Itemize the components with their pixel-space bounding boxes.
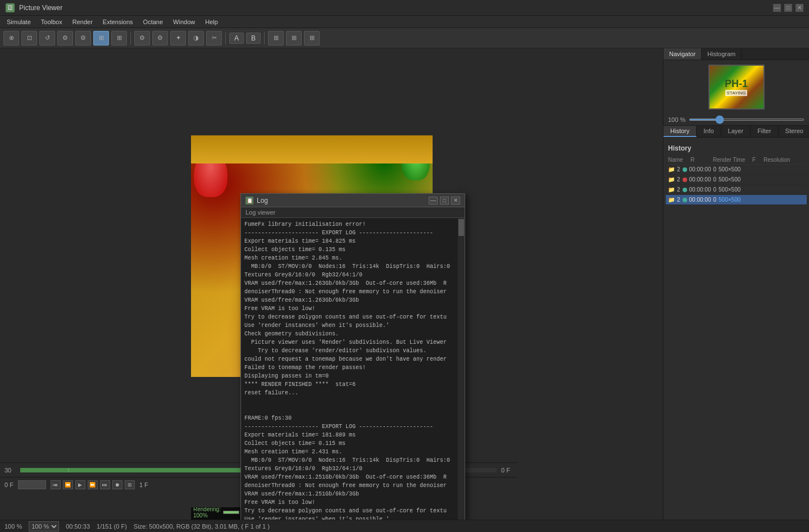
frame-label-bottom: 0 F <box>4 481 13 488</box>
log-text: FumeFx library initialisation error! ---… <box>241 218 465 520</box>
icon3-button[interactable]: ⊞ <box>304 31 320 46</box>
zoom-value: 100 % <box>668 116 685 123</box>
log-vertical-scroll-thumb[interactable] <box>458 219 464 236</box>
log-title-left: 📋 Log <box>246 197 268 204</box>
log-close-button[interactable]: ✕ <box>451 197 460 204</box>
star-button[interactable]: ✦ <box>170 31 186 46</box>
yellow-top-decoration <box>191 135 433 163</box>
menu-window[interactable]: Window <box>169 17 199 26</box>
play-prev-button[interactable]: ⏪ <box>63 480 73 489</box>
separator-2 <box>225 32 226 44</box>
title-bar-controls[interactable]: — □ ✕ <box>773 4 803 12</box>
start-frame-label: 30 <box>4 467 16 474</box>
row3-resolution: 500×500 <box>719 187 740 193</box>
progress-bar <box>223 511 239 514</box>
status-time: 00:50:33 <box>66 523 90 530</box>
row4-resolution: 500×500 <box>719 197 740 203</box>
preview-thumbnail: PH-1 STAYING <box>708 65 765 110</box>
separator-1 <box>130 32 131 44</box>
menu-help[interactable]: Help <box>201 17 222 26</box>
crop-button[interactable]: ✂ <box>206 31 222 46</box>
menu-simulate[interactable]: Simulate <box>2 17 35 26</box>
view-button[interactable]: ⊞ <box>93 31 109 46</box>
menu-bar: Simulate Toolbox Render Extensions Octan… <box>0 16 809 28</box>
history-row-3[interactable]: 📁 2 00:00:00 0 500×500 <box>666 185 807 195</box>
close-button[interactable]: ✕ <box>796 4 803 12</box>
history-title: History <box>666 142 807 156</box>
row4-render-time: 00:00:00 <box>689 197 711 203</box>
icon2-button[interactable]: ⊞ <box>286 31 302 46</box>
tab-layer[interactable]: Layer <box>721 126 751 137</box>
log-title-text: Log <box>257 197 268 204</box>
history-row-4[interactable]: 📁 2 00:00:00 0 500×500 <box>666 195 807 205</box>
title-bar: 🖼 Picture Viewer — □ ✕ <box>0 0 809 16</box>
tab-info[interactable]: Info <box>697 126 721 137</box>
thumb-staying-label: STAYING <box>725 90 748 96</box>
separator-3 <box>264 32 265 44</box>
col-f: F <box>752 157 763 163</box>
play-button[interactable]: ▶ <box>75 480 85 489</box>
progress-text: Rendering: 100% <box>193 506 221 519</box>
tab-stereo[interactable]: Stereo <box>779 126 809 137</box>
progress-fill <box>224 511 239 513</box>
settings2-button[interactable]: ⚙ <box>75 31 91 46</box>
play-end-button[interactable]: ⏭ <box>100 480 110 489</box>
status-size: Size: 500x500, RGB (32 Bit), 3.01 MB, ( … <box>134 523 270 530</box>
app-title: Picture Viewer <box>19 4 62 12</box>
extra-button[interactable]: ⊞ <box>125 480 135 489</box>
icon1-button[interactable]: ⊞ <box>268 31 284 46</box>
status-frame-info: 1/151 (0 F) <box>97 523 127 530</box>
history-tabs: History Info Layer Filter Stereo <box>663 126 809 138</box>
log-content[interactable]: FumeFx library initialisation error! ---… <box>241 218 465 520</box>
channel-a-button[interactable]: A <box>229 33 244 44</box>
log-vertical-scrollbar[interactable] <box>458 218 465 520</box>
minimize-button[interactable]: — <box>773 4 781 12</box>
tab-histogram[interactable]: Histogram <box>702 48 742 60</box>
tab-navigator[interactable]: Navigator <box>663 48 702 60</box>
col-resolution: Resolution <box>763 157 803 163</box>
menu-extensions[interactable]: Extensions <box>98 17 138 26</box>
fx-button[interactable]: ⚙ <box>134 31 150 46</box>
open-button[interactable]: ⊡ <box>21 31 37 46</box>
timeline-playhead[interactable] <box>68 468 69 472</box>
record-button[interactable]: ⏺ <box>112 480 122 489</box>
history-row-1[interactable]: 📁 2 00:00:00 0 500×500 <box>666 165 807 175</box>
frame-input[interactable] <box>18 480 46 489</box>
thumb-ph1-label: PH-1 <box>725 78 748 90</box>
tab-history[interactable]: History <box>663 126 697 137</box>
menu-octane[interactable]: Octane <box>139 17 167 26</box>
zoom-select[interactable]: 100 % <box>29 521 59 531</box>
col-name: Name <box>668 157 690 163</box>
play-next-button[interactable]: ⏩ <box>88 480 98 489</box>
canvas-area: PH-1 Rendering: 100% 📋 Log — □ ✕ <box>0 48 663 520</box>
settings-button[interactable]: ⚙ <box>57 31 73 46</box>
fx2-button[interactable]: ⚙ <box>152 31 168 46</box>
row2-render-time: 00:00:00 <box>689 176 711 183</box>
toolbar: ⊕ ⊡ ↺ ⚙ ⚙ ⊞ ⊞ ⚙ ⚙ ✦ ◑ ✂ A B ⊞ ⊞ ⊞ <box>0 28 809 48</box>
new-button[interactable]: ⊕ <box>3 31 19 46</box>
refresh-button[interactable]: ↺ <box>39 31 55 46</box>
play-start-button[interactable]: ⏮ <box>51 480 61 489</box>
row4-folder-icon: 📁 <box>668 197 675 203</box>
log-maximize-button[interactable]: □ <box>440 197 449 204</box>
view2-button[interactable]: ⊞ <box>111 31 127 46</box>
zoom-slider[interactable] <box>689 119 805 121</box>
log-controls: — □ ✕ <box>429 197 460 204</box>
row4-status-dot <box>683 198 687 202</box>
row2-f: 0 <box>713 176 717 183</box>
history-row-2[interactable]: 📁 2 00:00:00 0 500×500 <box>666 175 807 185</box>
tab-filter[interactable]: Filter <box>751 126 778 137</box>
row2-name: 2 <box>677 176 680 183</box>
channel-b-button[interactable]: B <box>246 33 261 44</box>
row4-name: 2 <box>677 197 680 203</box>
maximize-button[interactable]: □ <box>784 4 792 12</box>
log-minimize-button[interactable]: — <box>429 197 438 204</box>
contrast-button[interactable]: ◑ <box>188 31 204 46</box>
log-title-bar: 📋 Log — □ ✕ <box>241 194 465 207</box>
row1-render-time: 00:00:00 <box>689 166 711 172</box>
main-layout: PH-1 Rendering: 100% 📋 Log — □ ✕ <box>0 48 809 520</box>
panel-tabs: Navigator Histogram <box>663 48 809 60</box>
menu-render[interactable]: Render <box>68 17 97 26</box>
menu-toolbox[interactable]: Toolbox <box>37 17 67 26</box>
row4-f: 0 <box>713 197 717 203</box>
